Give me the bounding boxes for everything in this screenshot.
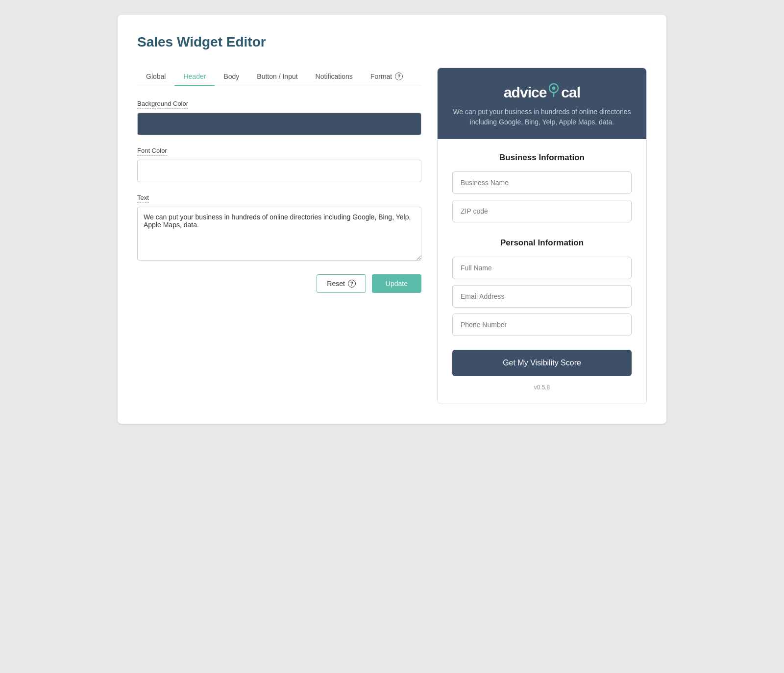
visibility-score-button[interactable]: Get My Visibility Score	[452, 350, 632, 376]
widget-subtitle: We can put your business in hundreds of …	[452, 107, 632, 127]
email-input[interactable]	[452, 285, 632, 308]
tab-button-input[interactable]: Button / Input	[248, 68, 306, 86]
action-buttons: Reset ? Update	[137, 274, 421, 293]
svg-point-1	[552, 87, 556, 90]
logo-pin-icon	[547, 82, 561, 97]
left-panel: Global Header Body Button / Input Notifi…	[137, 68, 421, 404]
text-group: Text We can put your business in hundred…	[137, 194, 421, 263]
question-icon: ?	[395, 72, 403, 80]
background-color-picker[interactable]	[137, 113, 421, 135]
reset-button[interactable]: Reset ?	[317, 274, 366, 293]
page-title: Sales Widget Editor	[137, 34, 647, 50]
tab-header[interactable]: Header	[174, 68, 215, 86]
reset-help-icon: ?	[348, 280, 356, 288]
widget-body: Business Information Personal Informatio…	[438, 139, 646, 404]
main-layout: Global Header Body Button / Input Notifi…	[137, 68, 647, 404]
page-container: Sales Widget Editor Global Header Body B…	[118, 15, 666, 424]
widget-preview: advice cal We can put your business in h…	[437, 68, 647, 404]
font-color-picker[interactable]	[137, 160, 421, 182]
background-color-label: Background Color	[137, 100, 188, 109]
version-text: v0.5.8	[452, 384, 632, 394]
text-textarea[interactable]: We can put your business in hundreds of …	[137, 207, 421, 261]
business-name-input[interactable]	[452, 171, 632, 194]
personal-section-title: Personal Information	[452, 238, 632, 248]
update-button[interactable]: Update	[372, 274, 421, 293]
business-section-title: Business Information	[452, 153, 632, 163]
tab-notifications[interactable]: Notifications	[307, 68, 362, 86]
font-color-label: Font Color	[137, 147, 167, 156]
personal-section: Personal Information	[452, 238, 632, 342]
phone-input[interactable]	[452, 313, 632, 336]
full-name-input[interactable]	[452, 257, 632, 279]
zip-input[interactable]	[452, 200, 632, 222]
tabs-container: Global Header Body Button / Input Notifi…	[137, 68, 421, 86]
tab-global[interactable]: Global	[137, 68, 174, 86]
tab-format[interactable]: Format ?	[362, 68, 412, 86]
font-color-group: Font Color	[137, 147, 421, 182]
widget-logo: advice cal	[452, 82, 632, 101]
tab-body[interactable]: Body	[215, 68, 248, 86]
text-label: Text	[137, 194, 149, 203]
widget-header: advice cal We can put your business in h…	[438, 68, 646, 139]
background-color-group: Background Color	[137, 100, 421, 135]
